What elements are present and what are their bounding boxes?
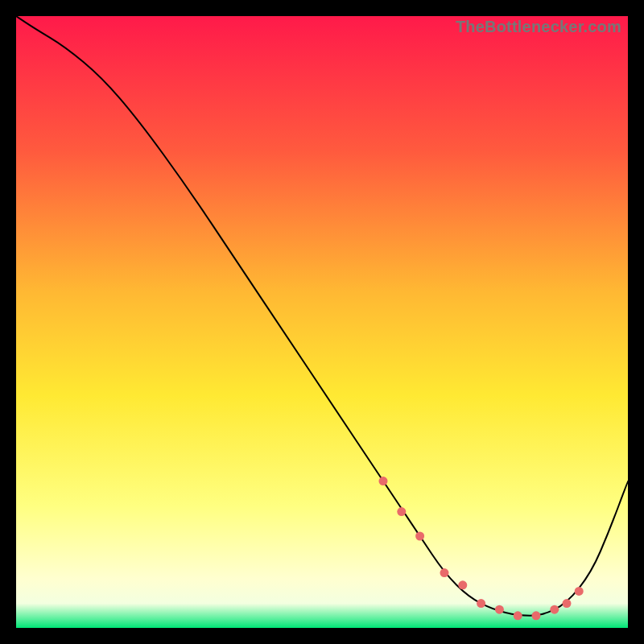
bottleneck-chart	[16, 16, 628, 628]
highlight-dot	[514, 611, 522, 620]
watermark-text: TheBottlenecker.com	[456, 18, 621, 36]
highlight-dot	[495, 605, 504, 614]
highlight-dot	[532, 611, 541, 620]
highlight-dot	[397, 507, 406, 516]
highlight-dot	[458, 580, 467, 589]
highlight-dot	[379, 477, 388, 485]
highlight-dot	[440, 568, 449, 577]
gradient-background	[16, 16, 628, 628]
highlight-dot	[415, 532, 424, 541]
highlight-dot	[477, 599, 485, 608]
chart-frame: TheBottlenecker.com	[16, 16, 628, 628]
highlight-dot	[563, 599, 572, 608]
highlight-dot	[575, 587, 584, 596]
highlight-dot	[550, 605, 559, 614]
